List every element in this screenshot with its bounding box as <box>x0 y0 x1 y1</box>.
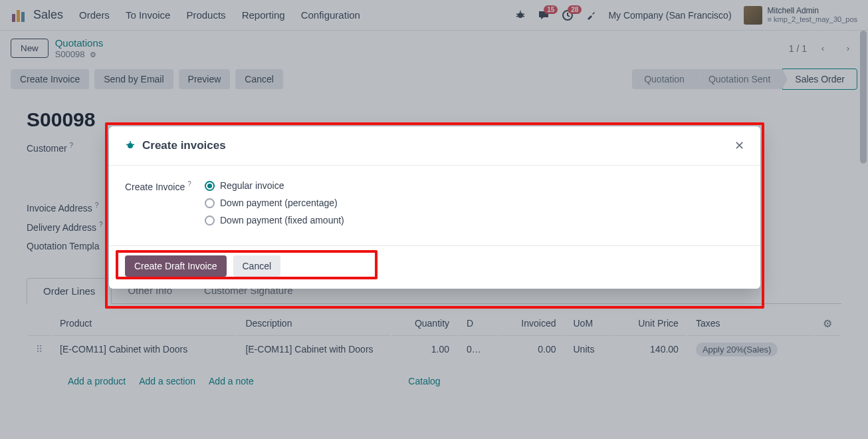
close-icon[interactable]: ✕ <box>734 138 744 153</box>
help-icon[interactable]: ? <box>187 180 191 188</box>
svg-point-10 <box>128 143 133 148</box>
invoice-type-radio-group: Regular invoice Down payment (percentage… <box>205 180 344 225</box>
svg-line-12 <box>126 144 128 145</box>
radio-icon <box>205 198 215 208</box>
radio-icon <box>205 181 215 191</box>
create-draft-invoice-button[interactable]: Create Draft Invoice <box>125 255 227 277</box>
bug-icon[interactable] <box>125 140 136 151</box>
svg-line-13 <box>132 144 134 145</box>
radio-icon <box>205 216 215 225</box>
radio-down-payment-fixed[interactable]: Down payment (fixed amount) <box>205 215 344 225</box>
create-invoice-label: Create Invoice ? <box>125 180 205 225</box>
modal-cancel-button[interactable]: Cancel <box>233 255 281 277</box>
create-invoices-modal: Create invoices ✕ Create Invoice ? Regul… <box>109 126 760 289</box>
modal-title: Create invoices <box>142 139 226 152</box>
radio-down-payment-pct[interactable]: Down payment (percentage) <box>205 198 344 208</box>
radio-regular-invoice[interactable]: Regular invoice <box>205 180 344 191</box>
